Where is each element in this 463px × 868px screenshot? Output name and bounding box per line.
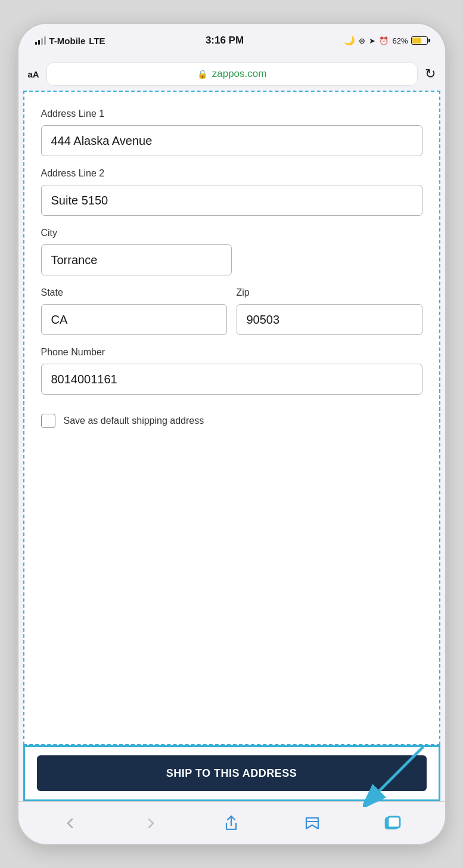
state-label: State	[41, 287, 227, 298]
address-line2-label: Address Line 2	[41, 168, 422, 179]
navigation-icon: ➤	[369, 36, 375, 45]
battery-percent: 62%	[392, 36, 408, 45]
reload-button[interactable]: ↻	[425, 66, 436, 82]
time-display: 3:16 PM	[206, 35, 244, 46]
address-line1-input[interactable]	[41, 125, 422, 156]
forward-button[interactable]	[136, 810, 166, 836]
annotation-arrow	[363, 736, 434, 810]
address-line2-input[interactable]	[41, 185, 422, 216]
svg-line-5	[379, 746, 423, 790]
back-button[interactable]	[55, 810, 85, 836]
carrier-info: T-Mobile LTE	[35, 36, 105, 46]
phone-input[interactable]	[41, 364, 422, 395]
bookmarks-button[interactable]	[297, 810, 327, 836]
moon-icon: 🌙	[344, 35, 355, 46]
font-size-button[interactable]: aA	[28, 69, 39, 79]
zip-label: Zip	[237, 287, 422, 298]
zip-input[interactable]	[237, 304, 422, 335]
form-area: Address Line 1 Address Line 2 City State…	[23, 91, 440, 745]
city-label: City	[41, 228, 422, 238]
save-default-row[interactable]: Save as default shipping address	[41, 407, 422, 440]
share-button[interactable]	[216, 810, 246, 836]
carrier-label: T-Mobile	[49, 36, 86, 46]
state-input[interactable]	[41, 304, 227, 335]
phone-label: Phone Number	[41, 347, 422, 358]
svg-rect-2	[388, 817, 400, 827]
tabs-button[interactable]	[378, 810, 408, 836]
save-default-checkbox[interactable]	[41, 414, 55, 428]
location-icon: ⊕	[359, 36, 365, 45]
url-bar[interactable]: 🔒 zappos.com	[46, 62, 418, 86]
alarm-icon: ⏰	[379, 36, 389, 45]
browser-bar: aA 🔒 zappos.com ↻	[18, 57, 445, 91]
address-line1-label: Address Line 1	[41, 108, 422, 119]
save-default-label: Save as default shipping address	[64, 416, 204, 426]
status-bar: T-Mobile LTE 3:16 PM 🌙 ⊕ ➤ ⏰ 62%	[18, 24, 445, 57]
lock-icon: 🔒	[197, 69, 207, 79]
battery-indicator	[411, 36, 428, 45]
network-label: LTE	[89, 36, 105, 46]
url-text: zappos.com	[212, 68, 267, 80]
status-right: 🌙 ⊕ ➤ ⏰ 62%	[344, 35, 428, 46]
city-input[interactable]	[41, 244, 232, 275]
signal-bars	[35, 36, 46, 45]
